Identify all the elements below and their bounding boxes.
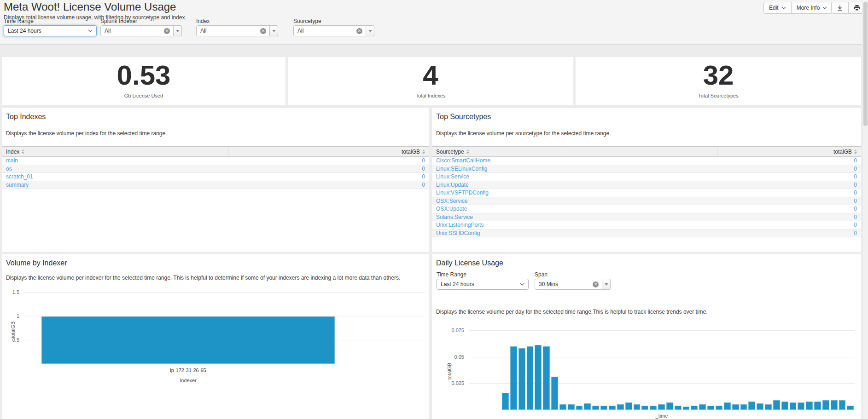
chart-bar[interactable]: [716, 406, 722, 410]
chart-bar[interactable]: [576, 406, 583, 410]
chart-bar[interactable]: [559, 404, 566, 410]
bar-slot: [764, 329, 773, 410]
sort-icon: [854, 149, 857, 154]
row-link[interactable]: os: [6, 166, 12, 172]
column-header-totalgb[interactable]: totalGB: [228, 149, 429, 155]
chart-bar[interactable]: [691, 406, 698, 410]
chart-bar[interactable]: [814, 402, 821, 410]
row-link[interactable]: OSX:Update: [436, 206, 467, 212]
chart-bar[interactable]: [707, 406, 714, 410]
chart-bar[interactable]: [790, 402, 797, 410]
column-header-sourcetype[interactable]: Sourcetype: [432, 147, 717, 156]
splunk-indexer-multiselect[interactable]: All ✕: [100, 25, 182, 36]
dropdown-arrow-button[interactable]: [269, 25, 278, 36]
row-link[interactable]: Unix:ListeningPorts: [436, 222, 484, 228]
chart-bar[interactable]: [609, 406, 616, 410]
chart-bar[interactable]: [740, 404, 747, 410]
row-link[interactable]: Linux:Update: [436, 182, 469, 188]
row-value[interactable]: 0: [854, 222, 857, 228]
chart-bar[interactable]: [600, 406, 607, 410]
chart-bar[interactable]: [822, 400, 829, 410]
chart-bar[interactable]: [699, 404, 706, 410]
row-value[interactable]: 0: [854, 173, 857, 180]
row-link[interactable]: summary: [6, 182, 29, 188]
column-header-index[interactable]: Index: [2, 147, 228, 156]
row-link[interactable]: Linux:Service: [436, 173, 469, 180]
chart-bar[interactable]: [773, 400, 780, 410]
chart-bar[interactable]: [592, 406, 599, 410]
download-button[interactable]: [831, 2, 849, 14]
chart-bar[interactable]: [584, 403, 591, 410]
chart-bar[interactable]: [765, 404, 772, 410]
row-link[interactable]: scratch_01: [6, 173, 33, 180]
chart-bar[interactable]: [510, 346, 517, 410]
row-link[interactable]: Solaris:Service: [436, 214, 473, 220]
bar-slot: [534, 329, 542, 410]
row-link[interactable]: OSX:Service: [436, 198, 468, 204]
chart-bar[interactable]: [675, 406, 682, 410]
chart-bar[interactable]: [658, 404, 665, 410]
caret-down-icon: [176, 30, 180, 32]
edit-button[interactable]: Edit: [763, 2, 792, 14]
row-value[interactable]: 0: [854, 182, 857, 188]
chart-bar[interactable]: [831, 400, 838, 410]
chart-bar[interactable]: [732, 404, 739, 410]
index-multiselect[interactable]: All ✕: [196, 25, 278, 36]
chart-bar[interactable]: [634, 404, 641, 410]
chart-bar[interactable]: [535, 345, 542, 410]
chart-bar[interactable]: [806, 402, 813, 410]
row-value[interactable]: 0: [422, 173, 425, 180]
row-value[interactable]: 0: [854, 198, 857, 204]
scrollbar[interactable]: [862, 0, 868, 419]
row-value[interactable]: 0: [422, 182, 425, 188]
chart-bar[interactable]: [617, 404, 624, 410]
row-value[interactable]: 0: [854, 189, 857, 196]
print-icon: [854, 5, 860, 11]
row-value[interactable]: 0: [422, 166, 425, 172]
chart-bar[interactable]: [518, 348, 525, 410]
chart-bar[interactable]: [527, 346, 534, 410]
chart-bar[interactable]: [781, 402, 788, 410]
chart-bar[interactable]: [724, 402, 731, 410]
row-value[interactable]: 0: [422, 157, 425, 164]
row-value[interactable]: 0: [854, 166, 857, 172]
chart-bar[interactable]: [650, 406, 657, 410]
scrollbar-thumb[interactable]: [863, 2, 868, 126]
chart-bar[interactable]: [757, 403, 763, 410]
row-link[interactable]: Cisco:SmartCallHome: [436, 157, 490, 164]
chart-bar[interactable]: [543, 346, 550, 410]
chart-bar[interactable]: [551, 377, 558, 410]
row-value[interactable]: 0: [854, 157, 857, 164]
row-value[interactable]: 0: [854, 214, 857, 220]
splunk-indexer-label: Splunk Indexer: [100, 18, 137, 24]
row-link[interactable]: Linux:VSFTPDConfig: [436, 189, 489, 196]
sourcetype-label: Sourcetype: [293, 18, 321, 24]
chart-bar[interactable]: [798, 402, 804, 410]
clear-icon[interactable]: ✕: [356, 28, 362, 34]
chart-bar[interactable]: [847, 406, 854, 410]
clear-icon[interactable]: ✕: [260, 28, 266, 34]
chart-bar[interactable]: [502, 393, 509, 410]
row-link[interactable]: main: [6, 157, 18, 164]
chart-bar[interactable]: [683, 407, 690, 410]
bar-slot: [699, 329, 707, 410]
chart-bar[interactable]: [666, 402, 673, 410]
indexer-bar[interactable]: [41, 316, 335, 364]
row-value[interactable]: 0: [854, 206, 857, 212]
clear-icon[interactable]: ✕: [164, 28, 170, 34]
chart-bar[interactable]: [839, 400, 846, 410]
dropdown-arrow-button[interactable]: [173, 25, 182, 36]
more-info-button[interactable]: More Info: [791, 2, 833, 14]
chart-bar[interactable]: [641, 406, 648, 410]
chart-bar[interactable]: [625, 402, 632, 410]
chart-bar[interactable]: [568, 404, 575, 410]
dropdown-arrow-button[interactable]: [366, 25, 374, 36]
row-value[interactable]: 0: [854, 230, 857, 236]
sourcetype-multiselect[interactable]: All ✕: [293, 25, 374, 36]
column-header-totalgb[interactable]: totalGB: [717, 149, 861, 155]
time-range-dropdown[interactable]: Last 24 hours: [4, 25, 97, 36]
chart-bar[interactable]: [748, 402, 755, 410]
row-link[interactable]: Linux:SELinuxConfig: [436, 166, 487, 172]
bar-slot: [805, 329, 814, 410]
row-link[interactable]: Unix:SSHDConfig: [436, 230, 480, 236]
